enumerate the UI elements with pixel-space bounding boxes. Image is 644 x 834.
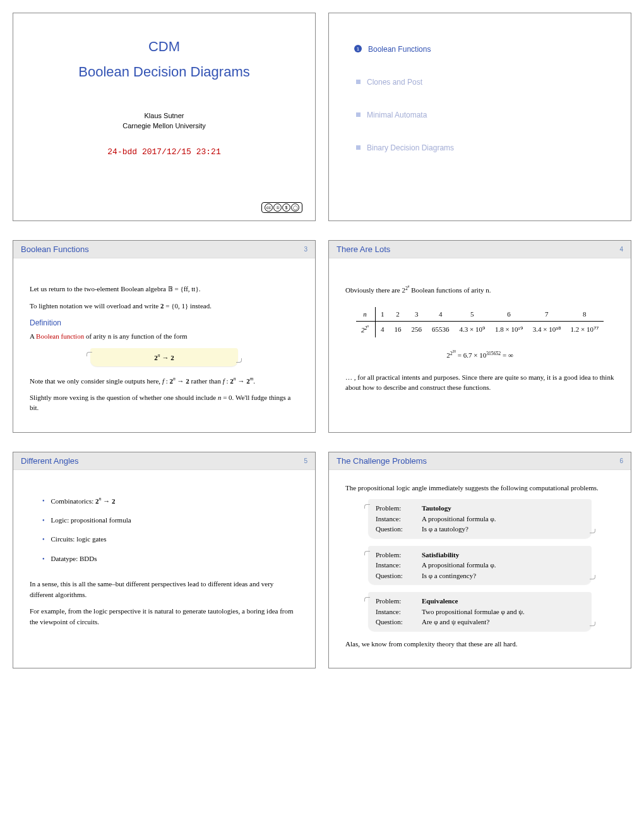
paragraph: Note that we only consider single output… (30, 375, 299, 386)
slide-title: The Challenge Problems (337, 456, 427, 466)
slide-title: There Are Lots (337, 245, 390, 254)
slide-3: Boolean Functions 3 Let us return to the… (13, 240, 316, 433)
paragraph: The propositional logic angle immediatel… (345, 483, 614, 493)
paragraph: Alas, we know from complexity theory tha… (345, 639, 614, 650)
slide-body: The propositional logic angle immediatel… (329, 470, 631, 668)
slide-6: The Challenge Problems 6 The proposition… (328, 452, 631, 669)
slide-4: There Are Lots 4 Obviously there are 22n… (328, 240, 631, 433)
title-line2: Boolean Decision Diagrams (78, 64, 249, 80)
definition-label: Definition (30, 317, 299, 329)
slide-header: Different Angles 5 (13, 452, 315, 470)
paragraph: Slightly more vexing is the question of … (30, 392, 299, 413)
highlighted-formula: 2n → 2 (90, 348, 238, 366)
definition-text: A Boolean function of arity n is any fun… (30, 331, 299, 342)
slide-body: Let us return to the two-element Boolean… (13, 258, 315, 432)
list-item: Datatype: BDDs (42, 553, 299, 564)
slide-title: Boolean Functions (21, 245, 89, 254)
bullet-number-icon: 1 (354, 45, 362, 52)
paragraph: … , for all practical intents and purpos… (345, 372, 614, 393)
paragraph: For example, from the logic perspective … (30, 606, 299, 627)
slide-number: 4 (619, 246, 623, 253)
list-item: Circuits: logic gates (42, 534, 299, 545)
slide-body: Combinatorics: 2n → 2 Logic: proposition… (13, 470, 315, 646)
slide-body: Obviously there are 22n Boolean function… (329, 258, 631, 412)
toc-item-3: Minimal Automata (354, 111, 612, 119)
slide-number: 5 (304, 457, 307, 464)
list-item: Logic: propositional formula (42, 515, 299, 526)
slide-title: CDM Boolean Decision Diagrams Klaus Sutn… (13, 13, 316, 221)
slide-header: The Challenge Problems 6 (329, 452, 631, 470)
bullet-square-icon (356, 112, 361, 117)
toc-label: Boolean Functions (368, 45, 431, 54)
list-item: Combinatorics: 2n → 2 (42, 495, 299, 506)
date: 24-bdd 2017/12/15 23:21 (107, 147, 220, 157)
toc-label: Clones and Post (367, 78, 422, 87)
toc-label: Binary Decision Diagrams (367, 143, 454, 152)
cc-license-icon: cc①$◯ (261, 202, 302, 213)
count-table: n 12345678 22n 416256655364.3 × 10⁹1.8 ×… (356, 307, 604, 337)
big-formula: 2220 = 6.7 × 10315652 = ∞ (345, 349, 614, 361)
slide-toc: 1 Boolean Functions Clones and Post Mini… (328, 13, 631, 221)
problem-box: Problem:Equivalence Instance:Two proposi… (368, 592, 592, 631)
bullet-square-icon (356, 80, 361, 84)
problem-box: Problem:Tautology Instance:A proposition… (368, 499, 592, 538)
slide-header: There Are Lots 4 (329, 241, 631, 258)
slide-number: 6 (619, 457, 623, 464)
slide-number: 3 (304, 246, 307, 253)
bullet-square-icon (356, 145, 361, 150)
paragraph: In a sense, this is all the same–but dif… (30, 579, 299, 600)
problem-box: Problem:Satisfiability Instance:A propos… (368, 546, 592, 585)
paragraph: Let us return to the two-element Boolean… (30, 284, 299, 294)
angles-list: Combinatorics: 2n → 2 Logic: proposition… (30, 495, 299, 564)
paragraph: Obviously there are 22n Boolean function… (345, 284, 614, 296)
affiliation: Carnegie Mellon University (122, 122, 205, 130)
title-line1: CDM (148, 39, 180, 55)
slide-title: Different Angles (21, 456, 79, 466)
toc-label: Minimal Automata (367, 111, 427, 119)
paragraph: To lighten notation we will overload and… (30, 301, 299, 311)
author: Klaus Sutner (145, 112, 184, 119)
slide-5: Different Angles 5 Combinatorics: 2n → 2… (13, 452, 316, 669)
toc-item-2: Clones and Post (354, 78, 612, 87)
toc-item-4: Binary Decision Diagrams (354, 143, 612, 152)
slide-header: Boolean Functions 3 (13, 241, 315, 258)
toc-item-1: 1 Boolean Functions (354, 45, 612, 54)
